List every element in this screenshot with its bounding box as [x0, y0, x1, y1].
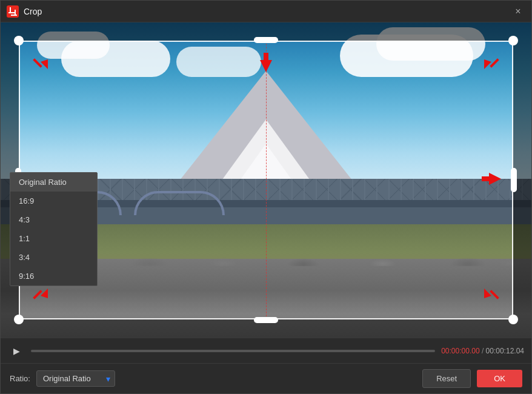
dropdown-item-original[interactable]: Original Ratio: [10, 173, 97, 192]
arrow-bottomright-svg: [480, 280, 502, 302]
svg-rect-14: [490, 290, 499, 299]
arrow-middleright-svg: [482, 172, 501, 186]
ratio-select[interactable]: Original Ratio 16:9 4:3 1:1 3:4 9:16: [36, 370, 115, 387]
bottom-bar: Ratio: Original Ratio 16:9 4:3 1:1 3:4 9…: [1, 363, 531, 393]
arch-2: [134, 191, 225, 215]
video-area: Original Ratio 16:9 4:3 1:1 3:4 9:16: [1, 22, 531, 338]
arrow-topright-svg: [480, 56, 502, 78]
arrow-top-right: [480, 56, 502, 80]
handle-top-center[interactable]: [254, 37, 278, 43]
svg-rect-5: [33, 58, 42, 68]
reset-button[interactable]: Reset: [422, 369, 471, 388]
svg-rect-1: [8, 12, 15, 13]
svg-rect-8: [490, 58, 499, 68]
dropdown-item-16-9[interactable]: 16:9: [10, 192, 97, 210]
handle-top-right[interactable]: [508, 36, 518, 45]
svg-marker-4: [41, 59, 48, 69]
dropdown-item-3-4[interactable]: 3:4: [10, 248, 97, 267]
handle-bottom-left[interactable]: [14, 315, 24, 324]
handle-bottom-right[interactable]: [508, 315, 518, 324]
crop-icon-svg: [8, 7, 17, 16]
svg-marker-6: [260, 53, 272, 72]
app-icon: [7, 5, 19, 18]
ratio-select-container: Original Ratio 16:9 4:3 1:1 3:4 9:16 ▾: [36, 370, 115, 387]
svg-rect-3: [11, 15, 17, 16]
svg-marker-7: [484, 59, 491, 69]
handle-middle-right[interactable]: [511, 168, 517, 192]
arrow-middle-right: [482, 172, 501, 189]
ratio-label: Ratio:: [10, 374, 30, 383]
time-total: 00:00:12.04: [486, 347, 524, 355]
handle-bottom-center[interactable]: [254, 317, 278, 323]
ratio-dropdown-menu: Original Ratio 16:9 4:3 1:1 3:4 9:16: [10, 172, 98, 286]
cloud-2: [37, 32, 110, 59]
play-button[interactable]: ▶: [8, 342, 25, 359]
svg-marker-10: [482, 173, 501, 185]
time-current: 00:00:00.00: [441, 347, 479, 355]
svg-marker-11: [41, 289, 48, 298]
dropdown-item-4-3[interactable]: 4:3: [10, 210, 97, 229]
close-button[interactable]: ×: [511, 4, 525, 19]
handle-top-left[interactable]: [14, 36, 24, 45]
crop-dialog: Crop ×: [0, 0, 532, 394]
time-separator: /: [482, 347, 486, 355]
progress-bar[interactable]: [31, 350, 435, 352]
cloud-4: [376, 27, 485, 61]
arrow-topleft-svg: [30, 56, 52, 78]
arrow-topcenter-svg: [259, 53, 273, 72]
dropdown-item-1-1[interactable]: 1:1: [10, 229, 97, 248]
arrow-top-center: [259, 53, 273, 75]
dialog-title: Crop: [24, 7, 511, 16]
dropdown-item-9-16[interactable]: 9:16: [10, 267, 97, 285]
svg-marker-13: [484, 289, 491, 298]
title-bar: Crop ×: [1, 1, 531, 22]
ok-button[interactable]: OK: [477, 370, 522, 387]
arrow-bottom-right: [480, 280, 502, 304]
controls-bar: ▶ 00:00:00.00 / 00:00:12.04: [1, 338, 531, 363]
arrow-top-left: [30, 56, 52, 80]
svg-rect-12: [33, 290, 42, 299]
time-display: 00:00:00.00 / 00:00:12.04: [441, 347, 524, 355]
